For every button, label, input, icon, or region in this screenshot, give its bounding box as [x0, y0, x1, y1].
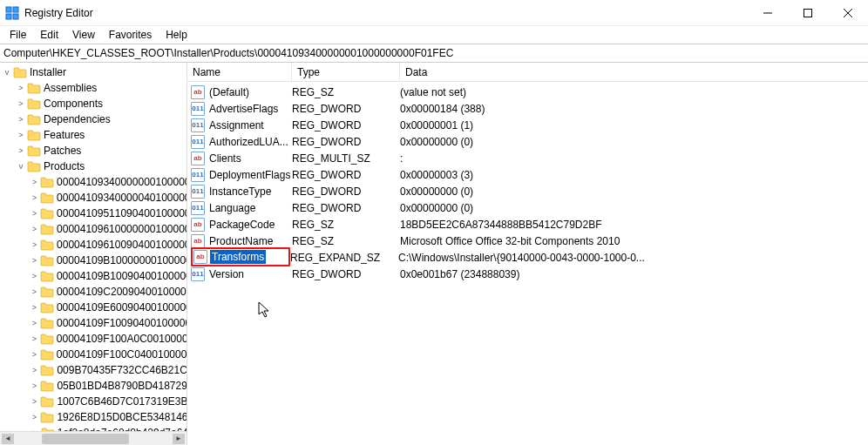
tree-item-product-key[interactable]: >00004109B10090400100000C	[0, 268, 186, 284]
list-row[interactable]: abClientsREG_MULTI_SZ:	[187, 150, 868, 166]
tree-item-products[interactable]: vProducts	[0, 158, 186, 174]
tree-expander-icon[interactable]: >	[16, 84, 26, 92]
menu-edit[interactable]: Edit	[34, 27, 64, 43]
tree-expander-icon[interactable]: >	[16, 115, 26, 124]
tree-expander-icon[interactable]: v	[2, 68, 12, 77]
tree-item-product-key[interactable]: >1007C6B46D7C017319E3B5	[0, 394, 186, 409]
tree-hscrollbar[interactable]: ◄ ►	[0, 431, 186, 445]
folder-icon	[27, 145, 41, 157]
tree-item-product-key[interactable]: >009B70435F732CC46B21C5	[0, 362, 186, 378]
tree-expander-icon[interactable]: >	[30, 225, 39, 233]
folder-icon	[27, 160, 41, 172]
tree-item-product-key[interactable]: >00004109E60090400100000C	[0, 300, 186, 315]
tree-item-label: 00004109340000000100000C	[57, 176, 186, 188]
tree-item-product-key[interactable]: >00004109340000000100000C	[0, 174, 186, 190]
list-row[interactable]: 011AssignmentREG_DWORD0x00000001 (1)	[187, 117, 868, 133]
tree-expander-icon[interactable]: >	[30, 272, 39, 280]
tree-expander-icon[interactable]: >	[30, 397, 39, 406]
folder-icon	[40, 380, 54, 392]
tree-expander-icon[interactable]: >	[30, 178, 39, 186]
value-type: REG_DWORD	[292, 202, 400, 214]
menu-file[interactable]: File	[3, 27, 32, 43]
maximize-button[interactable]	[788, 0, 828, 25]
tree-item-features[interactable]: >Features	[0, 127, 186, 143]
tree-expander-icon[interactable]: >	[16, 146, 26, 155]
tree-expander-icon[interactable]: >	[30, 350, 39, 359]
tree-expander-icon[interactable]: >	[30, 256, 39, 265]
list-row[interactable]: 011AdvertiseFlagsREG_DWORD0x00000184 (38…	[187, 100, 868, 117]
tree-item-components[interactable]: >Components	[0, 96, 186, 111]
list-row[interactable]: 011AuthorizedLUA...REG_DWORD0x00000000 (…	[187, 133, 868, 150]
tree-item-product-key[interactable]: >00004109B10000000100000C	[0, 253, 186, 268]
tree-item-product-key[interactable]: >00004109C20090400100000C	[0, 284, 186, 300]
tree-expander-icon[interactable]: v	[16, 162, 26, 171]
tree-expander-icon[interactable]: >	[30, 287, 39, 296]
tree-item-label: 00004109511090400100000C	[57, 207, 186, 219]
tree-item-assemblies[interactable]: >Assemblies	[0, 80, 186, 96]
tree-expander-icon[interactable]: >	[30, 334, 39, 343]
menu-view[interactable]: View	[66, 27, 101, 43]
tree-expander-icon[interactable]: >	[16, 131, 26, 139]
tree-item-product-key[interactable]: >1926E8D15D0BCE53481466	[0, 409, 186, 425]
list-row[interactable]: 011LanguageREG_DWORD0x00000000 (0)	[187, 199, 868, 216]
tree-item-product-key[interactable]: >00004109F10090400100000C	[0, 315, 186, 331]
folder-icon	[40, 411, 54, 423]
tree-item-dependencies[interactable]: >Dependencies	[0, 111, 186, 127]
value-data: 0x00000000 (0)	[400, 202, 868, 214]
list-row[interactable]: 011InstanceTypeREG_DWORD0x00000000 (0)	[187, 183, 868, 199]
list-row[interactable]: ab(Default)REG_SZ(value not set)	[187, 84, 868, 100]
tree-expander-icon[interactable]: >	[30, 303, 39, 312]
tree-item-installer[interactable]: vInstaller	[0, 64, 186, 80]
tree-item-product-key[interactable]: >00004109511090400100000C	[0, 206, 186, 221]
tree-item-product-key[interactable]: >00004109610000000100000C	[0, 221, 186, 237]
value-data: 18BD5EE2C6A87344888BB5412C79D2BF	[400, 219, 868, 231]
column-header-name[interactable]: Name	[187, 63, 292, 81]
minimize-button[interactable]	[748, 0, 788, 25]
scroll-right-arrow-icon[interactable]: ►	[173, 434, 185, 444]
tree-expander-icon[interactable]: >	[30, 413, 39, 421]
value-name: ProductName	[207, 234, 275, 248]
binary-value-icon: 011	[191, 201, 205, 215]
scroll-track[interactable]	[16, 434, 171, 444]
list-row[interactable]: 011VersionREG_DWORD0x0e001b67 (234888039…	[187, 266, 868, 282]
title-bar: Registry Editor	[0, 0, 868, 26]
column-header-type[interactable]: Type	[292, 63, 400, 81]
folder-icon	[40, 348, 54, 361]
list-row[interactable]: 011DeploymentFlagsREG_DWORD0x00000003 (3…	[187, 166, 868, 183]
tree-item-product-key[interactable]: >00004109340000040100000C	[0, 190, 186, 206]
tree-expander-icon[interactable]: >	[30, 366, 39, 374]
tree-expander-icon[interactable]: >	[30, 209, 39, 218]
tree-expander-icon[interactable]: >	[30, 240, 39, 249]
window-controls	[748, 0, 868, 25]
tree-item-product-key[interactable]: >00004109F100C0400100000C	[0, 347, 186, 362]
value-data: 0x00000000 (0)	[400, 136, 868, 148]
tree-item-product-key[interactable]: >05B01BD4B8790BD4187297	[0, 378, 186, 394]
tree-pane[interactable]: vInstaller>Assemblies>Components>Depende…	[0, 63, 187, 445]
value-name: Assignment	[207, 118, 266, 132]
tree-expander-icon[interactable]: >	[30, 319, 39, 327]
tree-expander-icon[interactable]: >	[30, 381, 39, 390]
menu-favorites[interactable]: Favorites	[103, 27, 158, 43]
list-row[interactable]: abPackageCodeREG_SZ18BD5EE2C6A87344888BB…	[187, 216, 868, 233]
tree-item-patches[interactable]: >Patches	[0, 143, 186, 158]
tree-item-label: 05B01BD4B8790BD4187297	[57, 380, 186, 392]
folder-icon	[40, 333, 54, 345]
column-header-data[interactable]: Data	[400, 63, 868, 81]
scroll-thumb[interactable]	[42, 434, 129, 444]
tree-item-label: Components	[44, 98, 103, 110]
main-area: vInstaller>Assemblies>Components>Depende…	[0, 63, 868, 445]
value-type: REG_DWORD	[292, 268, 400, 280]
tree-expander-icon[interactable]: >	[30, 193, 39, 202]
scroll-left-arrow-icon[interactable]: ◄	[2, 434, 14, 444]
folder-icon	[27, 82, 41, 94]
address-bar[interactable]: Computer\HKEY_CLASSES_ROOT\Installer\Pro…	[0, 44, 868, 63]
value-data: (value not set)	[400, 86, 868, 98]
tree-item-product-key[interactable]: >00004109610090400100000C	[0, 237, 186, 253]
list-row[interactable]: abTransformsREG_EXPAND_SZC:\Windows\Inst…	[187, 249, 868, 266]
menu-help[interactable]: Help	[159, 27, 193, 43]
tree-item-product-key[interactable]: >00004109F100A0C00100000C	[0, 331, 186, 347]
folder-icon	[40, 207, 54, 219]
tree-expander-icon[interactable]: >	[16, 99, 26, 108]
list-pane[interactable]: Name Type Data ab(Default)REG_SZ(value n…	[187, 63, 868, 445]
close-button[interactable]	[828, 0, 868, 25]
